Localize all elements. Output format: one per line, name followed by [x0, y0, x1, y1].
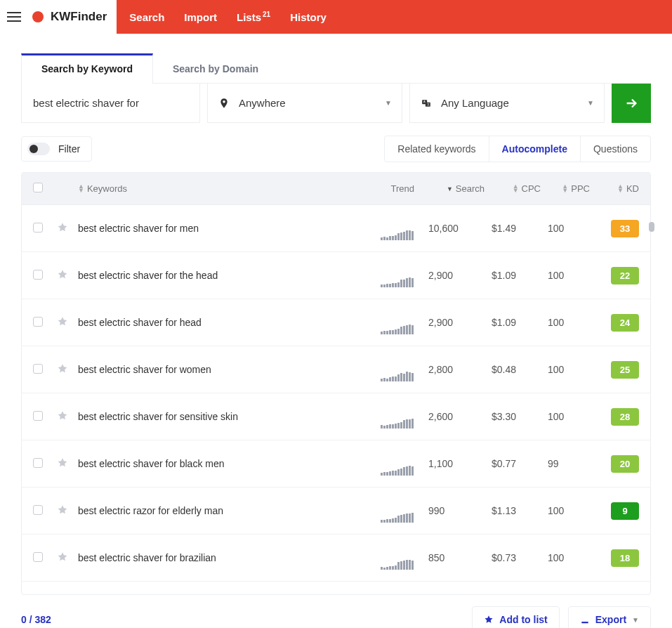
- segment-related[interactable]: Related keywords: [385, 136, 488, 162]
- row-checkbox[interactable]: [33, 270, 43, 280]
- trend-cell: [358, 546, 414, 570]
- tab-search-by-domain[interactable]: Search by Domain: [153, 53, 278, 83]
- column-ppc[interactable]: ▲▼PPC: [541, 183, 590, 194]
- keyword-cell[interactable]: best electric shaver for men: [78, 223, 358, 234]
- kd-cell: 9: [590, 502, 639, 520]
- cpc-cell: $1.13: [485, 505, 541, 516]
- keyword-mode-segments: Related keywords Autocomplete Questions: [384, 136, 651, 162]
- star-icon[interactable]: [57, 459, 68, 471]
- kd-cell: 18: [590, 549, 639, 567]
- star-icon[interactable]: [57, 412, 68, 424]
- column-cpc[interactable]: ▲▼CPC: [485, 183, 541, 194]
- keyword-input-box: [21, 84, 200, 123]
- star-icon[interactable]: [57, 365, 68, 377]
- location-dropdown[interactable]: Anywhere ▼: [207, 84, 402, 123]
- sort-icon: ▲▼: [513, 185, 519, 192]
- top-bar: KWFinder Search Import Lists21 History: [0, 0, 672, 34]
- ppc-cell: 100: [541, 552, 590, 563]
- nav-search[interactable]: Search: [129, 11, 164, 23]
- search-cell: 990: [414, 505, 485, 516]
- kd-badge: 33: [611, 220, 639, 237]
- keyword-cell[interactable]: best electric shaver for head: [78, 317, 358, 328]
- tab-search-by-keyword[interactable]: Search by Keyword: [21, 53, 153, 84]
- nav-import[interactable]: Import: [184, 11, 217, 23]
- kd-cell: 33: [590, 220, 639, 237]
- trend-cell: [358, 405, 414, 429]
- row-checkbox[interactable]: [33, 411, 43, 421]
- keyword-cell[interactable]: best electric razor for elderly man: [78, 505, 358, 516]
- sparkline-icon: [381, 462, 414, 476]
- segment-questions[interactable]: Questions: [580, 136, 650, 162]
- cpc-cell: $1.09: [485, 317, 541, 328]
- footer-bar: 0 / 382 Add to list Export ▼: [0, 595, 672, 628]
- star-icon[interactable]: [57, 506, 68, 518]
- nav-history[interactable]: History: [290, 11, 327, 23]
- keyword-cell[interactable]: best electric shaver for the head: [78, 270, 358, 281]
- keyword-cell[interactable]: best electric shaver for brazilian: [78, 552, 358, 563]
- search-button[interactable]: [612, 84, 651, 123]
- column-search[interactable]: ▼Search: [414, 183, 485, 194]
- keyword-input[interactable]: [33, 97, 188, 109]
- table-row: best electric shaver for sensitive skin …: [22, 393, 650, 440]
- star-icon[interactable]: [57, 224, 68, 235]
- trend-cell: [358, 263, 414, 287]
- star-icon[interactable]: [57, 318, 68, 329]
- trend-cell: [358, 499, 414, 523]
- star-icon[interactable]: [57, 554, 68, 565]
- cpc-cell: $3.30: [485, 411, 541, 422]
- row-checkbox[interactable]: [33, 552, 43, 562]
- search-cell: 850: [414, 552, 485, 563]
- row-checkbox[interactable]: [33, 223, 43, 233]
- search-cell: 1,100: [414, 458, 485, 469]
- kd-cell: 24: [590, 314, 639, 332]
- search-cell: 2,600: [414, 411, 485, 422]
- kd-badge: 24: [611, 314, 639, 332]
- keyword-cell[interactable]: best electric shaver for black men: [78, 458, 358, 469]
- ppc-cell: 100: [541, 317, 590, 328]
- select-all-checkbox[interactable]: [33, 183, 43, 192]
- scrollbar-thumb[interactable]: [649, 222, 654, 232]
- sort-icon: ▲▼: [78, 185, 84, 192]
- language-label: Any Language: [441, 97, 509, 109]
- keyword-cell[interactable]: best electric shaver for sensitive skin: [78, 411, 358, 422]
- row-checkbox[interactable]: [33, 364, 43, 374]
- star-icon: [484, 615, 494, 624]
- column-trend[interactable]: Trend: [358, 183, 414, 194]
- export-button[interactable]: Export ▼: [568, 606, 651, 628]
- toggle-icon: [27, 143, 50, 155]
- language-dropdown[interactable]: A文 Any Language ▼: [409, 84, 605, 123]
- results-table: ▲▼Keywords Trend ▼Search ▲▼CPC ▲▼PPC ▲▼K…: [21, 172, 651, 595]
- row-checkbox[interactable]: [33, 317, 43, 327]
- table-row: best electric shaver for the head 2,900 …: [22, 252, 650, 299]
- kd-cell: 25: [590, 361, 639, 379]
- top-nav: Search Import Lists21 History: [117, 11, 327, 23]
- search-cell: 10,600: [414, 223, 485, 234]
- keyword-cell[interactable]: best electric shaver for women: [78, 364, 358, 375]
- row-checkbox[interactable]: [33, 505, 43, 515]
- table-header: ▲▼Keywords Trend ▼Search ▲▼CPC ▲▼PPC ▲▼K…: [22, 173, 650, 205]
- segment-autocomplete[interactable]: Autocomplete: [489, 136, 580, 162]
- search-cell: 2,900: [414, 270, 485, 281]
- nav-lists[interactable]: Lists21: [237, 11, 270, 23]
- arrow-right-icon: [624, 96, 639, 111]
- trend-cell: [358, 452, 414, 476]
- kd-badge: 20: [611, 455, 639, 473]
- column-kd[interactable]: ▲▼KD: [590, 183, 639, 194]
- nav-lists-badge: 21: [263, 11, 270, 18]
- sort-desc-icon: ▼: [447, 185, 453, 192]
- cpc-cell: $0.48: [485, 364, 541, 375]
- download-icon: [580, 615, 590, 624]
- kd-cell: 20: [590, 455, 639, 473]
- column-keywords[interactable]: ▲▼Keywords: [78, 183, 358, 194]
- menu-icon[interactable]: [7, 8, 24, 25]
- sort-icon: ▲▼: [562, 185, 568, 192]
- kd-badge: 28: [611, 408, 639, 426]
- sparkline-icon: [381, 556, 414, 570]
- add-to-list-button[interactable]: Add to list: [472, 606, 559, 628]
- selection-count: 0 / 382: [21, 614, 51, 625]
- row-checkbox[interactable]: [33, 458, 43, 468]
- svg-text:文: 文: [427, 102, 430, 105]
- filter-toggle[interactable]: Filter: [21, 136, 92, 162]
- star-icon[interactable]: [57, 271, 68, 282]
- table-row: best electric shaver for head 2,900 $1.0…: [22, 299, 650, 346]
